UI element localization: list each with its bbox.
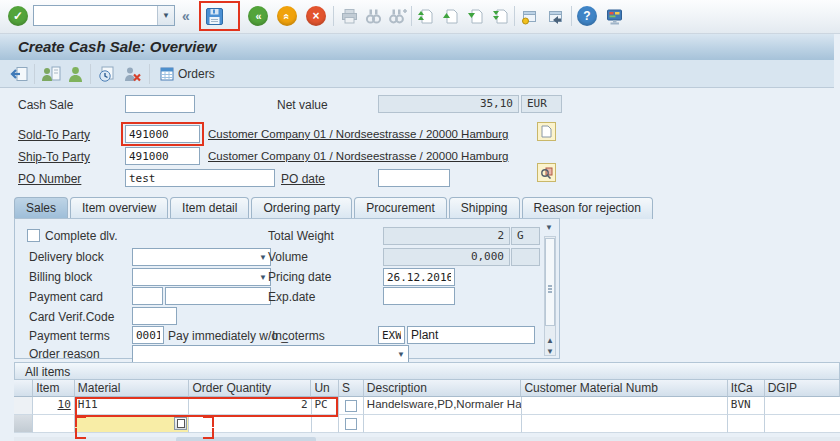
print-icon[interactable] <box>339 6 360 27</box>
itca-cell[interactable] <box>728 415 765 433</box>
ship-to-party-input[interactable] <box>125 147 200 165</box>
scroll-down-icon[interactable]: ▼ <box>546 348 554 356</box>
un-cell[interactable] <box>312 415 340 433</box>
row-selector[interactable] <box>14 415 33 433</box>
toolbar-separator <box>514 6 515 26</box>
table-row: 10 H11 2 PC Handelsware,PD,Normaler Hand… <box>14 397 840 415</box>
next-page-icon[interactable] <box>465 6 486 27</box>
all-items-bar: All items <box>14 362 840 380</box>
material-cell-focused[interactable] <box>75 415 190 433</box>
payment-terms-input[interactable] <box>132 326 164 344</box>
previous-page-icon[interactable] <box>440 6 461 27</box>
po-date-input[interactable] <box>378 169 450 187</box>
command-field-combo[interactable]: ▼ <box>33 5 175 26</box>
sold-to-party-input[interactable] <box>125 125 200 143</box>
new-session-icon[interactable] <box>519 6 540 27</box>
page-up-icon[interactable]: « <box>277 6 297 26</box>
display-sold-to-party-icon[interactable] <box>41 64 62 84</box>
s-checkbox[interactable] <box>345 400 357 412</box>
un-cell[interactable]: PC <box>312 397 340 415</box>
tab-reason-for-rejection[interactable]: Reason for rejection <box>522 197 653 219</box>
quantity-cell[interactable]: 2 <box>189 397 311 415</box>
first-page-icon[interactable] <box>415 6 436 27</box>
customer-material-cell[interactable] <box>522 397 728 415</box>
horizontal-scrollbar-thumb[interactable] <box>176 437 316 441</box>
description-cell[interactable] <box>364 415 522 433</box>
tab-item-detail[interactable]: Item detail <box>170 197 249 219</box>
total-weight-label: Total Weight <box>268 229 334 243</box>
display-customer-icon[interactable] <box>67 64 84 84</box>
s-checkbox[interactable] <box>345 418 357 430</box>
ship-to-party-label: Ship-To Party <box>18 150 90 164</box>
complete-dlv-checkbox[interactable] <box>27 229 40 242</box>
save-icon[interactable] <box>204 6 225 27</box>
scroll-up-icon[interactable]: ▲ <box>546 337 554 345</box>
find-next-icon[interactable] <box>387 6 408 27</box>
command-dropdown-icon[interactable]: ▼ <box>157 6 174 25</box>
enter-icon[interactable]: ✓ <box>8 6 28 26</box>
horizontal-scrollbar-track[interactable] <box>14 437 840 441</box>
description-cell[interactable]: Handelsware,PD,Normaler Handel <box>364 397 522 415</box>
delete-customer-icon[interactable] <box>123 64 142 84</box>
col-description[interactable]: Description <box>364 380 522 397</box>
find-icon[interactable] <box>363 6 384 27</box>
chevron-down-icon: ▼ <box>259 253 267 262</box>
customer-material-cell[interactable] <box>522 415 728 433</box>
col-item[interactable]: Item <box>33 380 75 397</box>
billing-block-dropdown[interactable]: ▼ <box>132 268 271 286</box>
po-number-input[interactable] <box>125 169 275 187</box>
exp-date-input[interactable] <box>383 287 455 305</box>
matchcode-icon[interactable] <box>174 417 187 430</box>
scroll-down-icon[interactable]: ▼ <box>545 224 553 232</box>
last-page-icon[interactable] <box>490 6 511 27</box>
toolbar-separator <box>571 6 572 26</box>
tab-item-overview[interactable]: Item overview <box>70 197 168 219</box>
col-dgip[interactable]: DGIP <box>765 380 840 397</box>
payment-card-number-input[interactable] <box>165 287 271 305</box>
ship-to-party-link[interactable]: Customer Company 01 / Nordseestrasse / 2… <box>208 150 508 162</box>
order-reason-dropdown[interactable]: ▼ <box>132 345 409 363</box>
back-icon[interactable]: « <box>248 6 268 26</box>
customize-local-layout-icon[interactable] <box>604 6 625 27</box>
quantity-cell[interactable] <box>189 415 311 433</box>
orders-button[interactable]: Orders <box>156 63 219 84</box>
material-cell[interactable]: H11 <box>75 397 190 415</box>
vertical-scrollbar-thumb[interactable] <box>545 238 555 326</box>
command-input[interactable] <box>34 6 157 25</box>
pricing-date-input[interactable] <box>383 268 455 286</box>
cash-sale-input[interactable] <box>125 95 195 113</box>
search-icon[interactable] <box>537 163 556 182</box>
item-cell[interactable] <box>33 415 75 433</box>
payment-card-type-input[interactable] <box>132 287 163 305</box>
col-customer-material[interactable]: Customer Material Numb <box>521 380 727 397</box>
row-selector[interactable] <box>14 397 33 415</box>
table-header-row: Item Material Order Quantity Un S Descri… <box>14 380 840 397</box>
tab-ordering-party[interactable]: Ordering party <box>251 197 352 219</box>
back-to-document-icon[interactable] <box>9 64 30 84</box>
incoterms-location-input[interactable] <box>407 326 535 344</box>
delivery-block-dropdown[interactable]: ▼ <box>132 248 271 266</box>
item-cell[interactable]: 10 <box>33 397 75 415</box>
incoterms-code-input[interactable] <box>378 326 405 344</box>
col-un[interactable]: Un <box>311 380 339 397</box>
help-icon[interactable]: ? <box>577 6 597 26</box>
card-verif-code-input[interactable] <box>132 307 177 325</box>
dgip-cell[interactable] <box>765 415 840 433</box>
payment-terms-label: Payment terms <box>29 329 110 343</box>
tab-shipping[interactable]: Shipping <box>449 197 520 219</box>
col-material[interactable]: Material <box>75 380 190 397</box>
itca-cell[interactable]: BVN <box>728 397 765 415</box>
sold-to-party-link[interactable]: Customer Company 01 / Nordseestrasse / 2… <box>208 128 508 140</box>
col-itca[interactable]: ItCa <box>728 380 765 397</box>
display-document-flow-icon[interactable] <box>97 64 116 84</box>
col-order-quantity[interactable]: Order Quantity <box>189 380 311 397</box>
create-text-icon[interactable] <box>537 122 556 141</box>
create-shortcut-icon[interactable] <box>545 6 566 27</box>
exit-icon[interactable]: × <box>306 6 326 26</box>
s-cell <box>339 415 364 433</box>
dgip-cell[interactable] <box>765 397 840 415</box>
col-s[interactable]: S <box>339 380 364 397</box>
tab-sales[interactable]: Sales <box>14 197 68 219</box>
tab-procurement[interactable]: Procurement <box>354 197 447 219</box>
collapse-icon[interactable]: « <box>182 8 190 24</box>
